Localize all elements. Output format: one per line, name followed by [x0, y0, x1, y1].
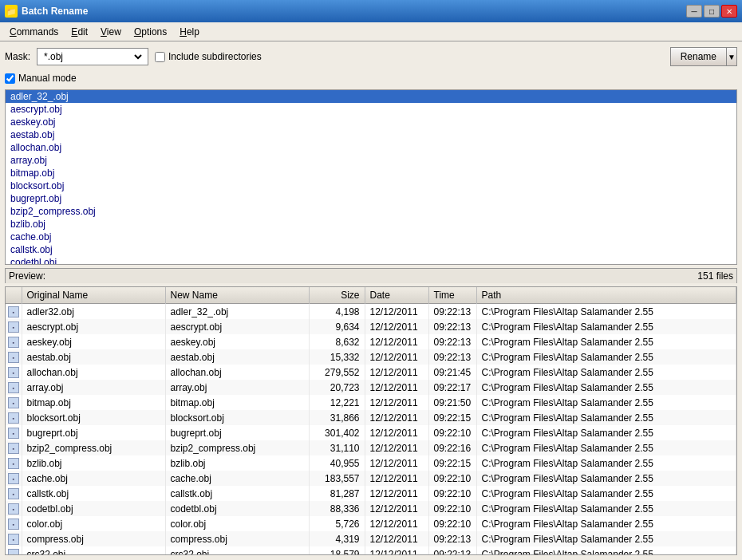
cell-size: 15,332 — [309, 349, 365, 365]
cell-size: 31,866 — [309, 410, 365, 425]
col-header-path[interactable]: Path — [476, 287, 736, 304]
manual-mode-label[interactable]: Manual mode — [18, 73, 77, 84]
mask-select[interactable]: *.obj *.* *.cpp *.h *.txt — [41, 49, 144, 65]
cell-orig: array.obj — [22, 380, 165, 395]
file-list-item[interactable]: aescrypt.obj — [6, 103, 736, 116]
table-row[interactable]: ▪ codetbl.obj codetbl.obj 88,336 12/12/2… — [6, 501, 736, 516]
cell-orig: cache.obj — [22, 471, 165, 486]
col-header-size[interactable]: Size — [309, 287, 365, 304]
col-header-orig[interactable]: Original Name — [22, 287, 165, 304]
file-list-item[interactable]: cache.obj — [6, 231, 736, 243]
cell-icon: ▪ — [6, 440, 22, 455]
cell-new: bzip2_compress.obj — [165, 440, 309, 455]
menu-edit[interactable]: Edit — [65, 24, 94, 40]
mask-combo[interactable]: *.obj *.* *.cpp *.h *.txt — [37, 48, 148, 65]
file-list-item[interactable]: aestab.obj — [6, 128, 736, 141]
cell-icon: ▪ — [6, 546, 22, 555]
col-header-date[interactable]: Date — [365, 287, 428, 304]
file-list-item[interactable]: array.obj — [6, 154, 736, 167]
file-icon: ▪ — [8, 443, 19, 454]
file-list-item[interactable]: aeskey.obj — [6, 116, 736, 128]
cell-path: C:\Program Files\Altap Salamander 2.55 — [476, 486, 736, 501]
cell-orig: callstk.obj — [22, 486, 165, 501]
col-header-new[interactable]: New Name — [165, 287, 309, 304]
table-row[interactable]: ▪ bzip2_compress.obj bzip2_compress.obj … — [6, 440, 736, 455]
menu-commands[interactable]: Commands — [3, 24, 65, 40]
file-list-item[interactable]: bzip2_compress.obj — [6, 205, 736, 218]
file-list-item[interactable]: bitmap.obj — [6, 167, 736, 179]
cell-new: blocksort.obj — [165, 410, 309, 425]
table-row[interactable]: ▪ callstk.obj callstk.obj 81,287 12/12/2… — [6, 486, 736, 501]
table-row[interactable]: ▪ blocksort.obj blocksort.obj 31,866 12/… — [6, 410, 736, 425]
cell-orig: compress.obj — [22, 531, 165, 546]
file-list-item[interactable]: codetbl.obj — [6, 256, 736, 265]
file-icon: ▪ — [8, 412, 19, 424]
cell-date: 12/12/2011 — [365, 486, 428, 501]
cell-new: compress.obj — [165, 531, 309, 546]
table-row[interactable]: ▪ array.obj array.obj 20,723 12/12/2011 … — [6, 380, 736, 395]
table-row[interactable]: ▪ aeskey.obj aeskey.obj 8,632 12/12/2011… — [6, 334, 736, 349]
preview-table-wrapper[interactable]: Original Name New Name Size Date Time Pa… — [5, 286, 737, 555]
file-list-item[interactable]: bugreprt.obj — [6, 192, 736, 205]
file-list-item[interactable]: callstk.obj — [6, 243, 736, 256]
cell-new: color.obj — [165, 516, 309, 531]
menu-view[interactable]: View — [94, 24, 128, 40]
cell-size: 4,198 — [309, 304, 365, 320]
file-icon: ▪ — [8, 367, 19, 378]
table-row[interactable]: ▪ aescrypt.obj aescrypt.obj 9,634 12/12/… — [6, 319, 736, 334]
cell-orig: crc32.obj — [22, 546, 165, 555]
table-row[interactable]: ▪ allochan.obj allochan.obj 279,552 12/1… — [6, 365, 736, 380]
cell-date: 12/12/2011 — [365, 471, 428, 486]
table-row[interactable]: ▪ bugreprt.obj bugreprt.obj 301,402 12/1… — [6, 425, 736, 440]
cell-size: 88,336 — [309, 501, 365, 516]
menu-edit-label: Edit — [71, 26, 88, 37]
manual-mode-checkbox[interactable] — [5, 73, 15, 84]
table-row[interactable]: ▪ bzlib.obj bzlib.obj 40,955 12/12/2011 … — [6, 455, 736, 471]
toolbar-row: Mask: *.obj *.* *.cpp *.h *.txt Include … — [5, 46, 737, 67]
file-list-item[interactable]: allochan.obj — [6, 141, 736, 154]
file-icon: ▪ — [8, 458, 19, 469]
file-list-item[interactable]: blocksort.obj — [6, 179, 736, 192]
file-icon: ▪ — [8, 306, 19, 317]
col-header-icon[interactable] — [6, 287, 22, 304]
cell-new: adler_32_.obj — [165, 304, 309, 320]
minimize-button[interactable]: ─ — [686, 5, 702, 18]
col-header-time[interactable]: Time — [428, 287, 476, 304]
cell-orig: aescrypt.obj — [22, 319, 165, 334]
file-icon: ▪ — [8, 428, 19, 439]
cell-icon: ▪ — [6, 410, 22, 425]
cell-time: 09:22:10 — [428, 486, 476, 501]
menu-view-label: View — [101, 26, 121, 37]
table-row[interactable]: ▪ bitmap.obj bitmap.obj 12,221 12/12/201… — [6, 395, 736, 410]
cell-time: 09:22:16 — [428, 440, 476, 455]
maximize-button[interactable]: □ — [704, 5, 720, 18]
close-button[interactable]: ✕ — [721, 5, 737, 18]
cell-orig: allochan.obj — [22, 365, 165, 380]
cell-icon: ▪ — [6, 531, 22, 546]
include-subdirs-checkbox[interactable] — [155, 52, 165, 62]
menu-options[interactable]: Options — [128, 24, 173, 40]
title-bar-left: 📁 Batch Rename — [5, 5, 88, 18]
cell-orig: bzip2_compress.obj — [22, 440, 165, 455]
cell-size: 12,221 — [309, 395, 365, 410]
cell-new: cache.obj — [165, 471, 309, 486]
rename-dropdown-arrow[interactable]: ▼ — [726, 47, 737, 66]
table-row[interactable]: ▪ crc32.obj crc32.obj 18,579 12/12/2011 … — [6, 546, 736, 555]
table-row[interactable]: ▪ color.obj color.obj 5,726 12/12/2011 0… — [6, 516, 736, 531]
table-row[interactable]: ▪ adler32.obj adler_32_.obj 4,198 12/12/… — [6, 304, 736, 320]
table-row[interactable]: ▪ compress.obj compress.obj 4,319 12/12/… — [6, 531, 736, 546]
table-row[interactable]: ▪ cache.obj cache.obj 183,557 12/12/2011… — [6, 471, 736, 486]
cell-size: 301,402 — [309, 425, 365, 440]
cell-time: 09:22:10 — [428, 516, 476, 531]
cell-icon: ▪ — [6, 365, 22, 380]
file-list-panel[interactable]: adler_32_.objaescrypt.objaeskey.objaesta… — [5, 89, 737, 265]
include-subdirs-label[interactable]: Include subdirectories — [155, 51, 262, 62]
file-list-item[interactable]: adler_32_.obj — [6, 90, 736, 103]
file-list-item[interactable]: bzlib.obj — [6, 218, 736, 231]
table-row[interactable]: ▪ aestab.obj aestab.obj 15,332 12/12/201… — [6, 349, 736, 365]
menu-help[interactable]: Help — [173, 24, 206, 40]
preview-label: Preview: — [9, 270, 45, 282]
menu-help-label: Help — [180, 26, 199, 37]
cell-size: 183,557 — [309, 471, 365, 486]
rename-button[interactable]: Rename — [670, 47, 726, 66]
